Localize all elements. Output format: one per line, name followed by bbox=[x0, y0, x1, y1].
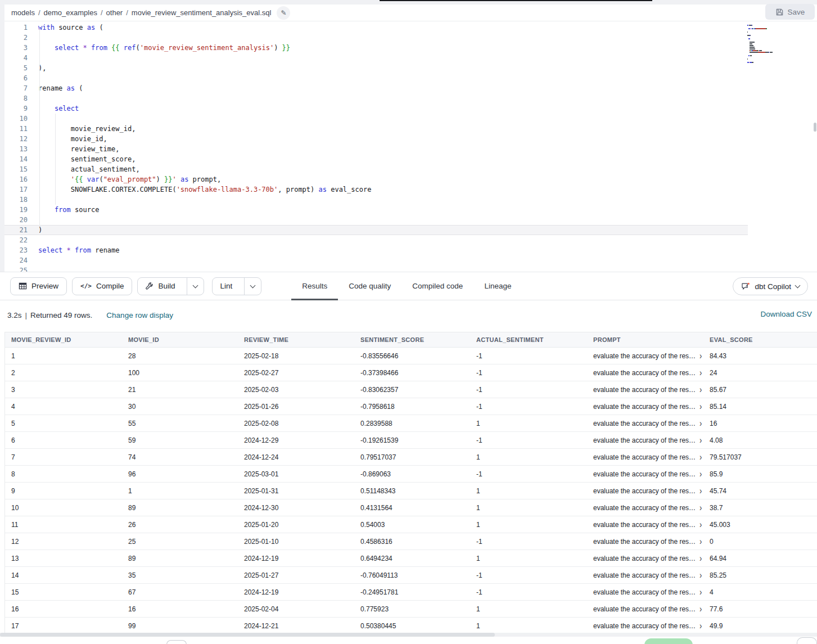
footer-help-button[interactable] bbox=[797, 637, 817, 644]
prompt-cell[interactable]: evaluate the accuracy of the res…› bbox=[587, 538, 703, 546]
column-header-review_time[interactable]: REVIEW_TIME bbox=[238, 336, 354, 343]
column-header-prompt[interactable]: PROMPT bbox=[587, 336, 703, 343]
breadcrumb-item[interactable]: other bbox=[106, 8, 123, 17]
chevron-right-icon[interactable]: › bbox=[699, 386, 702, 394]
code-line[interactable]: 3 select * from {{ ref('movie_review_sen… bbox=[4, 43, 817, 53]
breadcrumb-item[interactable]: movie_review_sentiment_analysis_eval.sql bbox=[132, 8, 272, 17]
prompt-cell[interactable]: evaluate the accuracy of the res…› bbox=[587, 403, 703, 411]
prompt-cell[interactable]: evaluate the accuracy of the res…› bbox=[587, 386, 703, 394]
column-header-movie_id[interactable]: MOVIE_ID bbox=[122, 336, 238, 343]
code-line[interactable]: 9 select bbox=[4, 103, 817, 114]
code-line[interactable]: 17 SNOWFLAKE.CORTEX.COMPLETE('snowflake-… bbox=[4, 184, 817, 195]
chevron-right-icon[interactable]: › bbox=[699, 369, 702, 377]
table-row[interactable]: 5552025-02-080.28395881evaluate the accu… bbox=[5, 415, 817, 432]
chevron-right-icon[interactable]: › bbox=[699, 588, 702, 596]
editor-scrollbar[interactable] bbox=[814, 123, 816, 132]
code-line[interactable]: 24 bbox=[4, 255, 817, 265]
breadcrumb-item[interactable]: models bbox=[11, 8, 35, 17]
table-row[interactable]: 1282025-02-18-0.83556646-1evaluate the a… bbox=[5, 348, 817, 364]
table-row[interactable]: 912025-01-310.511483431evaluate the accu… bbox=[5, 483, 817, 499]
code-line[interactable]: 15 actual_sentiment, bbox=[4, 164, 817, 174]
code-line[interactable]: 4 bbox=[4, 53, 817, 63]
chevron-right-icon[interactable]: › bbox=[699, 453, 702, 461]
compile-button[interactable]: </> Compile bbox=[72, 277, 132, 295]
chevron-right-icon[interactable]: › bbox=[699, 420, 702, 427]
prompt-cell[interactable]: evaluate the accuracy of the res…› bbox=[587, 504, 703, 512]
chevron-right-icon[interactable]: › bbox=[699, 403, 702, 411]
sql-code-editor[interactable]: 1with source as (23 select * from {{ ref… bbox=[4, 21, 817, 272]
prompt-cell[interactable]: evaluate the accuracy of the res…› bbox=[587, 420, 703, 427]
code-line[interactable]: 14 sentiment_score, bbox=[4, 154, 817, 164]
column-header-actual_sentiment[interactable]: ACTUAL_SENTIMENT bbox=[470, 336, 587, 343]
chevron-right-icon[interactable]: › bbox=[699, 504, 702, 512]
column-header-sentiment_score[interactable]: SENTIMENT_SCORE bbox=[354, 336, 470, 343]
tab-lineage[interactable]: Lineage bbox=[473, 272, 522, 300]
column-header-movie_review_id[interactable]: MOVIE_REVIEW_ID bbox=[5, 336, 122, 343]
horizontal-scrollbar-thumb[interactable] bbox=[0, 633, 495, 637]
chevron-right-icon[interactable]: › bbox=[699, 555, 702, 562]
table-row[interactable]: 12252025-01-100.4586316-1evaluate the ac… bbox=[5, 533, 817, 550]
code-line[interactable]: 18 bbox=[4, 195, 817, 205]
save-button[interactable]: Save bbox=[765, 4, 815, 20]
table-row[interactable]: 4302025-01-26-0.7958618-1evaluate the ac… bbox=[5, 398, 817, 415]
code-line[interactable]: 5), bbox=[4, 63, 817, 73]
table-row[interactable]: 13892024-12-190.64942341evaluate the acc… bbox=[5, 550, 817, 567]
code-line[interactable]: 12 movie_id, bbox=[4, 134, 817, 144]
chevron-right-icon[interactable]: › bbox=[699, 521, 702, 529]
table-row[interactable]: 15672024-12-19-0.24951781-1evaluate the … bbox=[5, 584, 817, 601]
footer-partial-button[interactable] bbox=[166, 640, 187, 644]
prompt-cell[interactable]: evaluate the accuracy of the res…› bbox=[587, 487, 703, 495]
prompt-cell[interactable]: evaluate the accuracy of the res…› bbox=[587, 555, 703, 562]
table-row[interactable]: 21002025-02-27-0.37398466-1evaluate the … bbox=[5, 364, 817, 381]
dbt-copilot-button[interactable]: dbt Copilot bbox=[733, 277, 808, 295]
prompt-cell[interactable]: evaluate the accuracy of the res…› bbox=[587, 571, 703, 579]
tab-code-quality[interactable]: Code quality bbox=[338, 272, 401, 300]
build-button[interactable]: Build bbox=[138, 278, 182, 295]
code-line[interactable]: 19 from source bbox=[4, 205, 817, 215]
prompt-cell[interactable]: evaluate the accuracy of the res…› bbox=[587, 605, 703, 613]
breadcrumb-item[interactable]: demo_examples bbox=[44, 8, 97, 17]
chevron-right-icon[interactable]: › bbox=[699, 436, 702, 444]
code-line[interactable]: 13 review_time, bbox=[4, 144, 817, 154]
chevron-right-icon[interactable]: › bbox=[699, 571, 702, 579]
table-row[interactable]: 6592024-12-29-0.19261539-1evaluate the a… bbox=[5, 432, 817, 449]
chevron-right-icon[interactable]: › bbox=[699, 538, 702, 546]
chevron-right-icon[interactable]: › bbox=[699, 470, 702, 478]
table-row[interactable]: 8962025-03-01-0.869063-1evaluate the acc… bbox=[5, 466, 817, 483]
table-row[interactable]: 14352025-01-27-0.76049113-1evaluate the … bbox=[5, 567, 817, 584]
prompt-cell[interactable]: evaluate the accuracy of the res…› bbox=[587, 521, 703, 529]
code-line[interactable]: 6 bbox=[4, 73, 817, 83]
horizontal-scrollbar-track[interactable] bbox=[0, 633, 817, 637]
lint-dropdown-button[interactable] bbox=[244, 278, 261, 295]
table-row[interactable]: 10892024-12-300.41315641evaluate the acc… bbox=[5, 499, 817, 516]
code-line[interactable]: 22 bbox=[4, 235, 817, 245]
chevron-right-icon[interactable]: › bbox=[699, 605, 702, 613]
code-line[interactable]: 7rename as ( bbox=[4, 83, 817, 93]
editor-minimap[interactable] bbox=[747, 25, 809, 67]
table-row[interactable]: 7742024-12-240.795170371evaluate the acc… bbox=[5, 449, 817, 466]
edit-file-icon[interactable]: ✎ bbox=[277, 6, 290, 20]
prompt-cell[interactable]: evaluate the accuracy of the res…› bbox=[587, 470, 703, 478]
chevron-right-icon[interactable]: › bbox=[699, 622, 702, 630]
table-row[interactable]: 16162025-02-040.7759231evaluate the accu… bbox=[5, 601, 817, 618]
code-line[interactable]: 8 bbox=[4, 93, 817, 103]
prompt-cell[interactable]: evaluate the accuracy of the res…› bbox=[587, 622, 703, 630]
code-line[interactable]: 20 bbox=[4, 215, 817, 225]
tab-results[interactable]: Results bbox=[291, 272, 338, 300]
column-header-eval_score[interactable]: EVAL_SCORE bbox=[703, 336, 817, 343]
code-line[interactable]: 11 movie_review_id, bbox=[4, 124, 817, 134]
change-row-display-link[interactable]: Change row display bbox=[106, 311, 173, 319]
chevron-right-icon[interactable]: › bbox=[699, 352, 702, 360]
prompt-cell[interactable]: evaluate the accuracy of the res…› bbox=[587, 453, 703, 461]
code-line[interactable]: 23select * from rename bbox=[4, 245, 817, 255]
prompt-cell[interactable]: evaluate the accuracy of the res…› bbox=[587, 352, 703, 360]
code-line[interactable]: 1with source as ( bbox=[4, 22, 817, 33]
code-line[interactable]: 25 bbox=[4, 265, 817, 272]
lint-button[interactable]: Lint bbox=[213, 278, 240, 295]
preview-button[interactable]: Preview bbox=[10, 277, 67, 295]
code-line[interactable]: 21) bbox=[4, 225, 748, 235]
download-csv-link[interactable]: Download CSV bbox=[760, 310, 812, 318]
prompt-cell[interactable]: evaluate the accuracy of the res…› bbox=[587, 369, 703, 377]
code-line[interactable]: 16 '{{ var("eval_prompt") }}' as prompt, bbox=[4, 174, 817, 184]
breadcrumb[interactable]: models/demo_examples/other/movie_review_… bbox=[11, 8, 271, 17]
